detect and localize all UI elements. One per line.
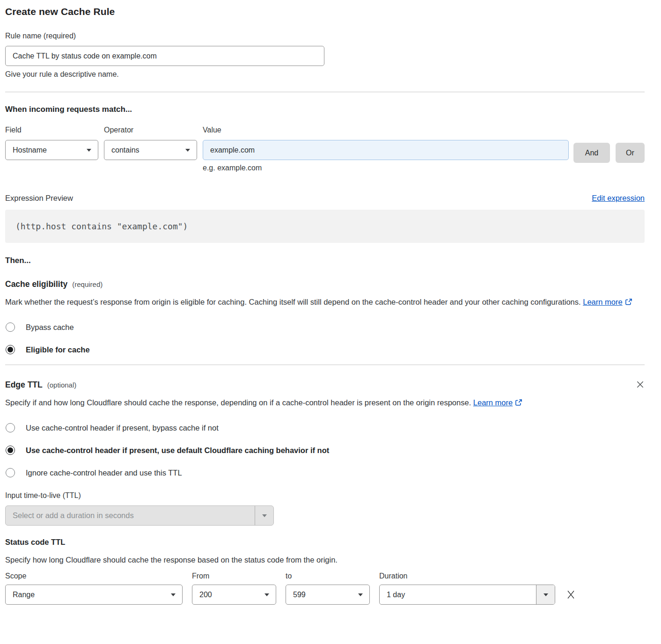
ttl-duration-select[interactable]: Select or add a duration in seconds — [5, 505, 274, 526]
expression-code-text: (http.host contains "example.com") — [15, 221, 188, 231]
value-hint: e.g. example.com — [203, 164, 569, 172]
duration-select-value: 1 day — [387, 591, 405, 599]
to-label: to — [286, 572, 370, 580]
duration-select[interactable]: 1 day — [379, 585, 555, 605]
then-heading: Then... — [5, 256, 645, 265]
radio-icon[interactable] — [6, 423, 15, 432]
radio-option-header-bypass[interactable]: Use cache-control header if present, byp… — [5, 423, 645, 432]
field-label: Field — [5, 126, 98, 134]
radio-option-label: Use cache-control header if present, use… — [26, 446, 329, 455]
chevron-down-icon — [264, 593, 269, 596]
expression-preview-header: Expression Preview Edit expression — [5, 194, 645, 203]
duration-label: Duration — [379, 572, 555, 580]
radio-option-label: Use cache-control header if present, byp… — [26, 424, 219, 432]
radio-selected-icon[interactable] — [6, 345, 15, 354]
match-condition-row: Field Hostname Operator contains Value e… — [5, 126, 645, 172]
cache-eligibility-description: Mark whether the request’s response from… — [5, 295, 633, 309]
chevron-down-icon — [262, 514, 267, 517]
page-title: Create new Cache Rule — [5, 6, 645, 17]
learn-more-link[interactable]: Learn more — [473, 398, 513, 407]
cache-eligibility-description-text: Mark whether the request’s response from… — [5, 298, 581, 306]
field-select-value: Hostname — [13, 146, 47, 154]
external-link-icon — [515, 397, 522, 410]
edge-ttl-header: Edge TTL (optional) — [5, 380, 645, 390]
radio-option-label: Eligible for cache — [26, 345, 90, 354]
divider — [5, 365, 645, 365]
remove-icon — [566, 594, 576, 601]
radio-option-bypass-cache[interactable]: Bypass cache — [5, 322, 645, 332]
remove-status-ttl-button[interactable] — [566, 589, 576, 600]
status-code-ttl-row: Scope Range From 200 to 599 Duration 1 d… — [5, 572, 645, 605]
expression-preview-label: Expression Preview — [5, 194, 73, 203]
radio-option-header-default[interactable]: Use cache-control header if present, use… — [5, 446, 645, 455]
value-label: Value — [203, 126, 569, 134]
radio-option-label: Bypass cache — [26, 323, 74, 332]
from-label: From — [192, 572, 276, 580]
to-select[interactable]: 599 — [286, 585, 370, 605]
rule-name-help: Give your rule a descriptive name. — [5, 70, 645, 79]
radio-option-ignore-header[interactable]: Ignore cache-control header and use this… — [5, 468, 645, 477]
rule-name-label: Rule name (required) — [5, 32, 645, 40]
from-select[interactable]: 200 — [192, 585, 276, 605]
divider — [5, 92, 645, 92]
operator-label: Operator — [104, 126, 197, 134]
status-code-ttl-description: Specify how long Cloudflare should cache… — [5, 553, 633, 566]
chevron-down-icon — [171, 593, 176, 596]
close-edge-ttl-button[interactable] — [636, 380, 645, 389]
create-cache-rule-form: Create new Cache Rule Rule name (require… — [0, 0, 661, 605]
radio-option-label: Ignore cache-control header and use this… — [26, 468, 182, 477]
rule-name-input[interactable] — [5, 46, 324, 66]
optional-qualifier: (optional) — [47, 381, 77, 389]
or-button[interactable]: Or — [616, 143, 645, 163]
cache-eligibility-header: Cache eligibility (required) — [5, 279, 645, 289]
radio-option-eligible-for-cache[interactable]: Eligible for cache — [5, 345, 645, 354]
scope-label: Scope — [5, 572, 183, 580]
radio-icon[interactable] — [6, 322, 15, 332]
rule-name-group: Rule name (required) Give your rule a de… — [5, 32, 645, 79]
learn-more-link[interactable]: Learn more — [583, 298, 622, 306]
chevron-down-icon — [543, 593, 548, 596]
ttl-duration-placeholder: Select or add a duration in seconds — [6, 506, 255, 525]
edge-ttl-description: Specify if and how long Cloudflare shoul… — [5, 396, 633, 410]
chevron-down-icon — [87, 149, 91, 152]
chevron-down-icon — [358, 593, 363, 596]
from-select-value: 200 — [199, 591, 212, 599]
edge-ttl-heading: Edge TTL — [5, 380, 43, 390]
cache-eligibility-heading: Cache eligibility — [5, 279, 67, 289]
radio-icon[interactable] — [6, 468, 15, 477]
radio-selected-icon[interactable] — [6, 446, 15, 455]
expression-preview-code: (http.host contains "example.com") — [5, 210, 645, 243]
edge-ttl-description-text: Specify if and how long Cloudflare shoul… — [5, 398, 471, 407]
to-select-value: 599 — [293, 591, 306, 599]
field-select[interactable]: Hostname — [5, 140, 98, 160]
match-heading: When incoming requests match... — [5, 105, 645, 114]
and-button[interactable]: And — [573, 143, 610, 163]
ttl-input-label: Input time-to-live (TTL) — [5, 491, 645, 500]
operator-select[interactable]: contains — [104, 140, 197, 160]
select-arrow-box[interactable] — [536, 585, 555, 604]
edit-expression-link[interactable]: Edit expression — [592, 194, 645, 203]
status-code-ttl-heading: Status code TTL — [5, 538, 645, 547]
select-arrow-box[interactable] — [255, 506, 273, 525]
operator-select-value: contains — [111, 146, 140, 154]
scope-select[interactable]: Range — [5, 585, 183, 605]
external-link-icon — [625, 296, 632, 309]
chevron-down-icon — [185, 149, 190, 152]
value-input[interactable] — [203, 140, 569, 160]
scope-select-value: Range — [13, 591, 35, 599]
close-icon — [636, 383, 645, 390]
required-qualifier: (required) — [72, 280, 103, 288]
